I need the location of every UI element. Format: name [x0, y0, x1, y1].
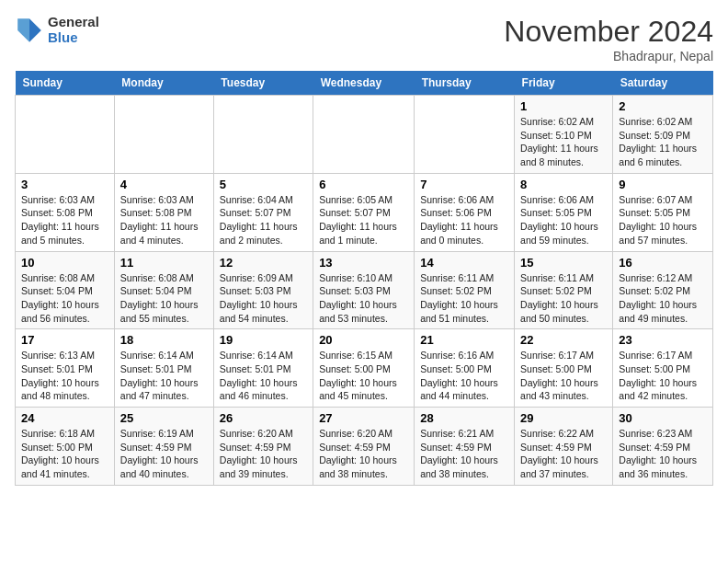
day-info: Sunrise: 6:19 AM Sunset: 4:59 PM Dayligh…	[120, 427, 208, 481]
day-info: Sunrise: 6:12 AM Sunset: 5:02 PM Dayligh…	[619, 271, 707, 326]
day-number: 20	[319, 333, 408, 347]
title-section: November 2024 Bhadrapur, Nepal	[504, 15, 713, 63]
day-number: 17	[21, 333, 108, 347]
calendar-cell: 3Sunrise: 6:03 AM Sunset: 5:08 PM Daylig…	[16, 173, 115, 251]
weekday-header-monday: Monday	[114, 71, 213, 96]
calendar-cell	[415, 96, 515, 174]
day-info: Sunrise: 6:16 AM Sunset: 5:00 PM Dayligh…	[420, 349, 508, 403]
calendar-cell: 20Sunrise: 6:15 AM Sunset: 5:00 PM Dayli…	[313, 329, 415, 408]
day-number: 27	[319, 411, 408, 425]
day-info: Sunrise: 6:05 AM Sunset: 5:07 PM Dayligh…	[319, 193, 408, 247]
calendar-cell: 13Sunrise: 6:10 AM Sunset: 5:03 PM Dayli…	[313, 251, 415, 329]
day-number: 13	[319, 256, 408, 270]
day-info: Sunrise: 6:20 AM Sunset: 4:59 PM Dayligh…	[220, 427, 307, 481]
day-number: 30	[619, 411, 707, 425]
day-number: 22	[520, 333, 607, 347]
calendar-cell: 2Sunrise: 6:02 AM Sunset: 5:09 PM Daylig…	[613, 96, 713, 174]
calendar-cell: 9Sunrise: 6:07 AM Sunset: 5:05 PM Daylig…	[613, 173, 713, 251]
day-info: Sunrise: 6:03 AM Sunset: 5:08 PM Dayligh…	[21, 193, 108, 247]
day-info: Sunrise: 6:09 AM Sunset: 5:03 PM Dayligh…	[220, 271, 307, 326]
calendar-cell: 24Sunrise: 6:18 AM Sunset: 5:00 PM Dayli…	[16, 408, 115, 486]
calendar-week-row: 10Sunrise: 6:08 AM Sunset: 5:04 PM Dayli…	[16, 251, 713, 329]
day-number: 9	[619, 178, 707, 191]
svg-marker-0	[29, 18, 41, 42]
calendar-cell: 25Sunrise: 6:19 AM Sunset: 4:59 PM Dayli…	[114, 408, 213, 486]
calendar-cell: 27Sunrise: 6:20 AM Sunset: 4:59 PM Dayli…	[313, 408, 415, 486]
weekday-header-friday: Friday	[515, 71, 613, 96]
day-number: 1	[520, 99, 607, 113]
day-number: 19	[220, 333, 307, 347]
calendar-cell: 5Sunrise: 6:04 AM Sunset: 5:07 PM Daylig…	[213, 173, 313, 251]
calendar-week-row: 1Sunrise: 6:02 AM Sunset: 5:10 PM Daylig…	[16, 96, 713, 174]
day-number: 26	[220, 411, 307, 425]
calendar-table: SundayMondayTuesdayWednesdayThursdayFrid…	[15, 71, 713, 486]
calendar-cell: 10Sunrise: 6:08 AM Sunset: 5:04 PM Dayli…	[16, 251, 115, 329]
day-number: 29	[520, 411, 607, 425]
calendar-cell: 18Sunrise: 6:14 AM Sunset: 5:01 PM Dayli…	[114, 329, 213, 408]
day-number: 7	[420, 178, 508, 191]
day-info: Sunrise: 6:08 AM Sunset: 5:04 PM Dayligh…	[120, 271, 208, 326]
day-number: 23	[619, 333, 707, 347]
day-info: Sunrise: 6:18 AM Sunset: 5:00 PM Dayligh…	[21, 427, 108, 481]
day-number: 6	[319, 178, 408, 191]
calendar-cell: 8Sunrise: 6:06 AM Sunset: 5:05 PM Daylig…	[515, 173, 613, 251]
calendar-week-row: 17Sunrise: 6:13 AM Sunset: 5:01 PM Dayli…	[16, 329, 713, 408]
day-number: 2	[619, 99, 707, 113]
day-info: Sunrise: 6:06 AM Sunset: 5:05 PM Dayligh…	[520, 193, 607, 247]
day-info: Sunrise: 6:15 AM Sunset: 5:00 PM Dayligh…	[319, 349, 408, 403]
day-info: Sunrise: 6:22 AM Sunset: 4:59 PM Dayligh…	[520, 427, 607, 481]
calendar-cell: 7Sunrise: 6:06 AM Sunset: 5:06 PM Daylig…	[415, 173, 515, 251]
calendar-cell: 4Sunrise: 6:03 AM Sunset: 5:08 PM Daylig…	[114, 173, 213, 251]
day-info: Sunrise: 6:10 AM Sunset: 5:03 PM Dayligh…	[319, 271, 408, 326]
calendar-cell: 17Sunrise: 6:13 AM Sunset: 5:01 PM Dayli…	[16, 329, 115, 408]
day-info: Sunrise: 6:02 AM Sunset: 5:10 PM Dayligh…	[520, 115, 607, 169]
calendar-cell: 12Sunrise: 6:09 AM Sunset: 5:03 PM Dayli…	[213, 251, 313, 329]
calendar-cell: 11Sunrise: 6:08 AM Sunset: 5:04 PM Dayli…	[114, 251, 213, 329]
calendar-cell: 16Sunrise: 6:12 AM Sunset: 5:02 PM Dayli…	[613, 251, 713, 329]
calendar-week-row: 3Sunrise: 6:03 AM Sunset: 5:08 PM Daylig…	[16, 173, 713, 251]
day-number: 12	[220, 256, 307, 270]
day-info: Sunrise: 6:17 AM Sunset: 5:00 PM Dayligh…	[619, 349, 707, 403]
logo-blue-text: Blue	[48, 30, 99, 46]
calendar-cell: 15Sunrise: 6:11 AM Sunset: 5:02 PM Dayli…	[515, 251, 613, 329]
day-info: Sunrise: 6:13 AM Sunset: 5:01 PM Dayligh…	[21, 349, 108, 403]
svg-marker-1	[17, 18, 29, 42]
calendar-week-row: 24Sunrise: 6:18 AM Sunset: 5:00 PM Dayli…	[16, 408, 713, 486]
day-info: Sunrise: 6:11 AM Sunset: 5:02 PM Dayligh…	[520, 271, 607, 326]
day-info: Sunrise: 6:06 AM Sunset: 5:06 PM Dayligh…	[420, 193, 508, 247]
day-info: Sunrise: 6:23 AM Sunset: 4:59 PM Dayligh…	[619, 427, 707, 481]
day-number: 14	[420, 256, 508, 270]
day-number: 24	[21, 411, 108, 425]
day-number: 16	[619, 256, 707, 270]
day-number: 15	[520, 256, 607, 270]
page-header: General Blue November 2024 Bhadrapur, Ne…	[15, 15, 713, 63]
day-info: Sunrise: 6:17 AM Sunset: 5:00 PM Dayligh…	[520, 349, 607, 403]
weekday-header-thursday: Thursday	[415, 71, 515, 96]
weekday-header-wednesday: Wednesday	[313, 71, 415, 96]
calendar-cell	[313, 96, 415, 174]
calendar-cell: 19Sunrise: 6:14 AM Sunset: 5:01 PM Dayli…	[213, 329, 313, 408]
day-number: 10	[21, 256, 108, 270]
month-title: November 2024	[504, 15, 713, 49]
day-number: 21	[420, 333, 508, 347]
weekday-header-row: SundayMondayTuesdayWednesdayThursdayFrid…	[16, 71, 713, 96]
calendar-cell: 28Sunrise: 6:21 AM Sunset: 4:59 PM Dayli…	[415, 408, 515, 486]
location-text: Bhadrapur, Nepal	[504, 49, 713, 63]
calendar-cell: 23Sunrise: 6:17 AM Sunset: 5:00 PM Dayli…	[613, 329, 713, 408]
day-info: Sunrise: 6:11 AM Sunset: 5:02 PM Dayligh…	[420, 271, 508, 326]
day-info: Sunrise: 6:02 AM Sunset: 5:09 PM Dayligh…	[619, 115, 707, 169]
day-info: Sunrise: 6:04 AM Sunset: 5:07 PM Dayligh…	[220, 193, 307, 247]
day-number: 5	[220, 178, 307, 191]
day-info: Sunrise: 6:20 AM Sunset: 4:59 PM Dayligh…	[319, 427, 408, 481]
day-info: Sunrise: 6:21 AM Sunset: 4:59 PM Dayligh…	[420, 427, 508, 481]
day-number: 18	[120, 333, 208, 347]
weekday-header-saturday: Saturday	[613, 71, 713, 96]
calendar-cell: 22Sunrise: 6:17 AM Sunset: 5:00 PM Dayli…	[515, 329, 613, 408]
calendar-cell: 14Sunrise: 6:11 AM Sunset: 5:02 PM Dayli…	[415, 251, 515, 329]
day-info: Sunrise: 6:14 AM Sunset: 5:01 PM Dayligh…	[220, 349, 307, 403]
calendar-cell: 6Sunrise: 6:05 AM Sunset: 5:07 PM Daylig…	[313, 173, 415, 251]
day-number: 25	[120, 411, 208, 425]
weekday-header-tuesday: Tuesday	[213, 71, 313, 96]
day-info: Sunrise: 6:08 AM Sunset: 5:04 PM Dayligh…	[21, 271, 108, 326]
calendar-cell: 1Sunrise: 6:02 AM Sunset: 5:10 PM Daylig…	[515, 96, 613, 174]
